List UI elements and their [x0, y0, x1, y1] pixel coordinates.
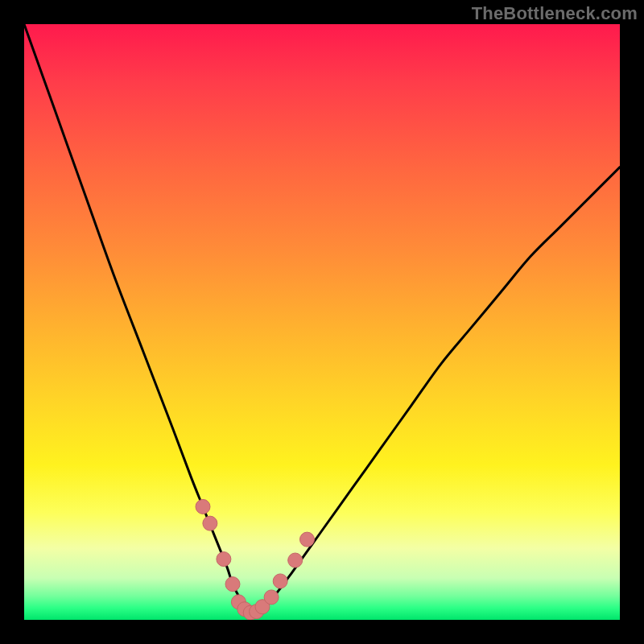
curve-marker: [264, 590, 279, 605]
curve-marker: [217, 552, 231, 567]
curve-marker: [273, 574, 287, 588]
curve-marker: [225, 577, 240, 592]
curve-markers: [196, 499, 315, 620]
curve-marker: [300, 532, 315, 547]
curve-marker: [203, 516, 217, 530]
curve-marker: [288, 553, 303, 568]
watermark-text: TheBottleneck.com: [472, 3, 638, 24]
plot-area: [24, 24, 620, 620]
curve-layer: [24, 24, 620, 620]
bottleneck-curve: [24, 24, 620, 615]
chart-frame: TheBottleneck.com: [0, 0, 644, 644]
curve-marker: [196, 499, 210, 514]
